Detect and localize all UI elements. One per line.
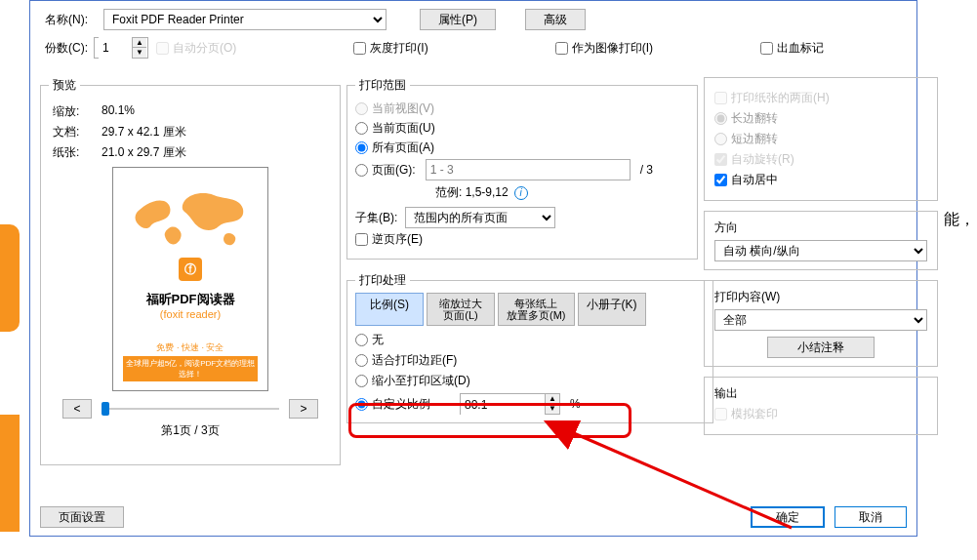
advanced-button[interactable]: 高级 [525, 9, 586, 30]
paper-label: 纸张: [53, 144, 92, 161]
print-dialog: 名称(N): Foxit PDF Reader Printer 属性(P) 高级… [29, 0, 917, 537]
scale-shrink[interactable]: 缩小至打印区域(D) [355, 373, 705, 389]
scale-fit-margins[interactable]: 适合打印边距(F) [355, 352, 705, 369]
properties-button[interactable]: 属性(P) [420, 9, 496, 30]
ok-button[interactable]: 确定 [751, 506, 825, 528]
page-indicator: 第1页 / 3页 [53, 422, 328, 439]
preview-thumbnail: ⓕ 福昕PDF阅读器 (foxit reader) 免费 · 快速 · 安全 全… [112, 167, 268, 391]
doc-value: 29.7 x 42.1 厘米 [102, 124, 186, 140]
range-pages[interactable]: 页面(G): [355, 162, 416, 179]
bleed-checkbox[interactable]: 出血标记 [760, 40, 824, 57]
summary-comments-button[interactable]: 小结注释 [767, 337, 875, 358]
name-label: 名称(N): [45, 12, 94, 28]
preview-legend: 预览 [49, 77, 80, 94]
page-setup-button[interactable]: 页面设置 [40, 506, 124, 528]
auto-rotate-checkbox: 自动旋转(R) [714, 151, 927, 168]
scale-none[interactable]: 无 [355, 332, 705, 348]
copies-down[interactable]: ▼ [133, 48, 146, 58]
orientation-group: 方向 自动 横向/纵向 [704, 211, 938, 270]
scale-down[interactable]: ▼ [546, 404, 559, 414]
preview-slider[interactable] [102, 406, 279, 412]
duplex-group: 打印纸张的两面(H) 长边翻转 短边翻转 自动旋转(R) 自动居中 [704, 77, 938, 201]
zoom-label: 缩放: [53, 103, 92, 120]
subset-select[interactable]: 范围内的所有页面 [405, 207, 555, 228]
pct-label: % [570, 397, 581, 411]
output-group: 输出 模拟套印 [704, 377, 938, 435]
pages-total: / 3 [640, 163, 653, 177]
paper-value: 21.0 x 29.7 厘米 [102, 144, 186, 161]
content-group: 打印内容(W) 全部 小结注释 [704, 280, 938, 367]
doc-label: 文档: [53, 124, 92, 140]
subset-label: 子集(B): [355, 210, 397, 226]
range-pages-row: 页面(G): / 3 [355, 159, 689, 180]
range-legend: 打印范围 [355, 77, 410, 94]
tab-booklet[interactable]: 小册子(K) [578, 293, 646, 326]
auto-center-checkbox[interactable]: 自动居中 [714, 172, 927, 188]
custom-scale-spinner[interactable]: ▲▼ [460, 393, 560, 415]
scale-up[interactable]: ▲ [546, 394, 559, 404]
brand-strip: 全球用户超5亿，阅读PDF文档的理想选择！ [123, 356, 258, 381]
collate-checkbox: 自动分页(O) [156, 40, 236, 57]
preview-next-button[interactable]: > [289, 399, 318, 419]
zoom-value: 80.1% [102, 103, 135, 120]
output-label: 输出 [714, 385, 927, 402]
brand-title: 福昕PDF阅读器 [146, 291, 235, 308]
range-example: 范例: 1,5-9,12 [435, 184, 509, 201]
copies-label: 份数(C): [45, 40, 94, 57]
range-current-page[interactable]: 当前页面(U) [355, 120, 689, 137]
as-image-checkbox[interactable]: 作为图像打印(I) [555, 40, 653, 57]
content-select[interactable]: 全部 [714, 309, 927, 331]
world-map-icon [132, 185, 249, 254]
printer-select[interactable]: Foxit PDF Reader Printer [103, 9, 387, 30]
preview-prev-button[interactable]: < [62, 399, 92, 419]
orientation-select[interactable]: 自动 横向/纵向 [714, 240, 927, 261]
handle-legend: 打印处理 [355, 272, 410, 289]
brand-subtitle: (foxit reader) [160, 308, 221, 320]
range-current-view: 当前视图(V) [355, 100, 689, 117]
scale-custom[interactable]: 自定义比例 [355, 396, 430, 413]
orientation-label: 方向 [714, 220, 927, 236]
preview-group: 预览 缩放:80.1% 文档:29.7 x 42.1 厘米 纸张:21.0 x … [40, 77, 341, 465]
bg-text: 能， [944, 210, 975, 230]
copies-input[interactable] [99, 37, 132, 59]
grayscale-checkbox[interactable]: 灰度打印(I) [353, 40, 427, 57]
reverse-checkbox[interactable]: 逆页序(E) [355, 231, 689, 248]
pages-input[interactable] [426, 159, 631, 180]
cancel-button[interactable]: 取消 [835, 506, 907, 528]
copies-up[interactable]: ▲ [133, 38, 146, 48]
flip-short: 短边翻转 [714, 131, 927, 147]
tab-multipage[interactable]: 每张纸上放置多页(M) [498, 293, 575, 326]
flip-long: 长边翻转 [714, 110, 927, 127]
print-range-group: 打印范围 当前视图(V) 当前页面(U) 所有页面(A) 页面(G): / 3 … [346, 77, 698, 260]
foxit-logo-icon: ⓕ [179, 258, 202, 281]
tab-oversize[interactable]: 缩放过大页面(L) [427, 293, 495, 326]
simulate-overprint-checkbox: 模拟套印 [714, 406, 927, 422]
custom-scale-input[interactable] [461, 394, 545, 416]
copies-spinner[interactable]: ▲▼ [94, 37, 148, 59]
brand-tagline: 免费 · 快速 · 安全 [156, 341, 224, 354]
range-all-pages[interactable]: 所有页面(A) [355, 140, 689, 156]
info-icon[interactable]: i [514, 186, 528, 200]
tab-scale[interactable]: 比例(S) [355, 293, 424, 326]
print-handling-group: 打印处理 比例(S) 缩放过大页面(L) 每张纸上放置多页(M) 小册子(K) … [346, 272, 713, 423]
content-label: 打印内容(W) [714, 289, 927, 305]
duplex-checkbox: 打印纸张的两面(H) [714, 90, 927, 106]
